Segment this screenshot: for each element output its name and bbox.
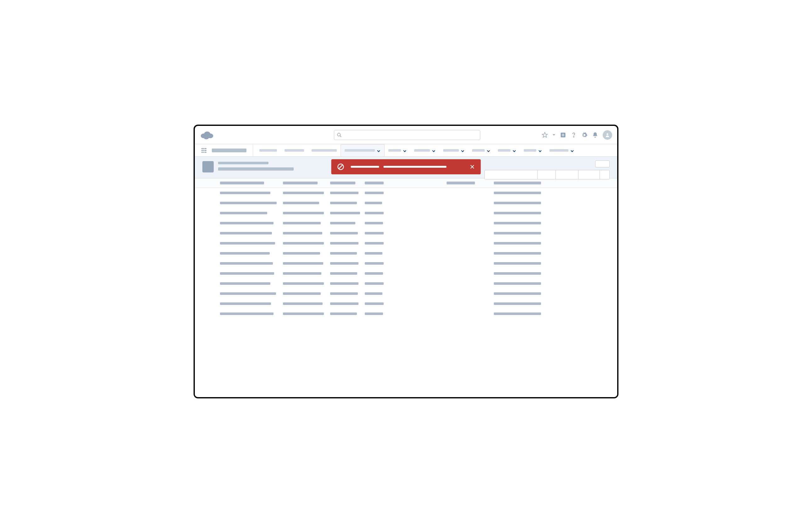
- table-row[interactable]: [195, 198, 617, 208]
- table-row[interactable]: [195, 278, 617, 289]
- cell: [283, 212, 330, 214]
- cell-value: [283, 262, 323, 265]
- nav-tab-label: [498, 149, 510, 152]
- nav-tab-7[interactable]: [468, 144, 494, 157]
- global-search-input[interactable]: [334, 130, 480, 140]
- cell: [522, 312, 617, 315]
- notifications-icon[interactable]: [592, 132, 598, 138]
- settings-icon[interactable]: [581, 132, 588, 138]
- svg-point-10: [202, 148, 203, 149]
- cell-value: [220, 232, 272, 234]
- table-row[interactable]: [195, 218, 617, 228]
- cell: [365, 232, 396, 234]
- cell-value: [522, 202, 541, 204]
- svg-line-20: [339, 165, 343, 169]
- svg-point-15: [205, 150, 206, 151]
- cell: [220, 292, 283, 295]
- user-avatar[interactable]: [603, 130, 612, 140]
- cell: [396, 192, 447, 194]
- column-header-6[interactable]: [494, 182, 522, 184]
- chevron-down-icon[interactable]: [570, 148, 574, 152]
- nav-tab-9[interactable]: [520, 144, 546, 157]
- column-header-2[interactable]: [330, 182, 365, 184]
- cell: [396, 222, 447, 224]
- add-icon[interactable]: [560, 132, 566, 138]
- table-row[interactable]: [195, 248, 617, 258]
- column-header-3[interactable]: [365, 182, 396, 184]
- table-row[interactable]: [195, 188, 617, 198]
- chevron-down-icon[interactable]: [432, 148, 436, 152]
- cell-value: [365, 202, 382, 204]
- cell-value: [220, 192, 270, 194]
- column-header-label: [283, 182, 318, 184]
- toast-title: [351, 166, 379, 168]
- nav-tab-label: [285, 149, 304, 152]
- cell-value: [522, 292, 541, 295]
- object-icon: [202, 161, 214, 173]
- column-header-4[interactable]: [396, 182, 447, 184]
- page-action-small[interactable]: [595, 161, 610, 167]
- nav-tab-6[interactable]: [439, 144, 468, 157]
- toast-close-icon[interactable]: [470, 164, 475, 169]
- nav-tabs: [256, 144, 613, 157]
- chevron-down-icon[interactable]: [377, 148, 380, 152]
- nav-tab-4[interactable]: [384, 144, 410, 157]
- cell: [522, 262, 617, 265]
- nav-tab-5[interactable]: [410, 144, 439, 157]
- chevron-down-icon[interactable]: [403, 148, 407, 152]
- cell-value: [522, 232, 541, 234]
- column-header-7[interactable]: [522, 182, 617, 184]
- chevron-down-icon[interactable]: [487, 148, 490, 152]
- nav-tab-label: [345, 149, 375, 152]
- cell: [447, 192, 494, 194]
- column-header-5[interactable]: [447, 182, 494, 184]
- table-row[interactable]: [195, 258, 617, 268]
- cell-value: [522, 282, 541, 285]
- chevron-down-icon[interactable]: [552, 133, 556, 137]
- table-row[interactable]: [195, 299, 617, 309]
- cell-value: [365, 242, 384, 245]
- page-action-2[interactable]: [556, 170, 578, 179]
- cell: [330, 302, 365, 305]
- cell: [522, 282, 617, 285]
- nav-tab-0[interactable]: [256, 144, 281, 157]
- nav-tab-label: [311, 149, 337, 152]
- page-action-3[interactable]: [578, 170, 600, 179]
- column-header-1[interactable]: [283, 182, 330, 184]
- header-utility-icons: [542, 130, 612, 140]
- cell: [522, 192, 617, 194]
- page-action-0[interactable]: [485, 170, 538, 179]
- table-row[interactable]: [195, 289, 617, 299]
- favorite-icon[interactable]: [542, 132, 548, 138]
- cell: [365, 192, 396, 194]
- nav-tab-2[interactable]: [308, 144, 341, 157]
- help-icon[interactable]: [571, 132, 577, 138]
- nav-tab-3[interactable]: [341, 144, 384, 157]
- cell: [494, 232, 522, 234]
- table-row[interactable]: [195, 208, 617, 218]
- table-row[interactable]: [195, 268, 617, 278]
- page-action-4[interactable]: [600, 170, 609, 179]
- table-row[interactable]: [195, 309, 617, 319]
- cell-value: [283, 312, 324, 315]
- cell-value: [522, 242, 541, 245]
- chevron-down-icon[interactable]: [538, 148, 542, 152]
- table-row[interactable]: [195, 238, 617, 248]
- column-header-0[interactable]: [220, 182, 283, 184]
- cell-value: [522, 192, 541, 194]
- nav-tab-8[interactable]: [494, 144, 520, 157]
- cell: [396, 232, 447, 234]
- app-launcher-icon[interactable]: [199, 144, 209, 157]
- nav-tab-1[interactable]: [281, 144, 308, 157]
- chevron-down-icon[interactable]: [512, 148, 516, 152]
- page-action-1[interactable]: [538, 170, 556, 179]
- cell-value: [220, 262, 273, 265]
- cell: [283, 222, 330, 224]
- cell: [447, 272, 494, 275]
- salesforce-logo-icon: [200, 130, 214, 140]
- cell: [494, 282, 522, 285]
- chevron-down-icon[interactable]: [461, 148, 465, 152]
- table-row[interactable]: [195, 228, 617, 238]
- nav-tab-10[interactable]: [546, 144, 578, 157]
- cell: [220, 262, 283, 265]
